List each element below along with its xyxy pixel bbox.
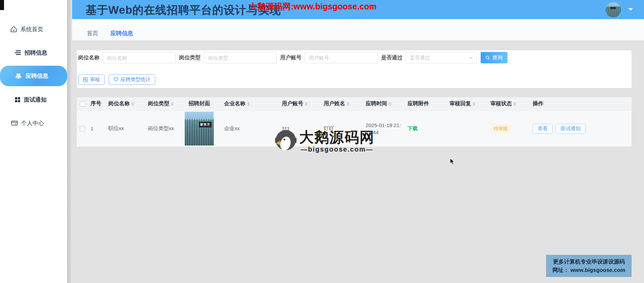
filter-label-account: 用户账号 — [280, 54, 302, 61]
filter-label-job-name: 岗位名称 — [78, 54, 100, 61]
passed-select[interactable]: 是否通过 — [406, 52, 477, 63]
sidebar-item-label: 系统首页 — [20, 25, 43, 33]
filter-label-passed: 是否通过 — [381, 54, 402, 61]
job-name-input[interactable] — [103, 52, 176, 63]
goose-logo-icon — [275, 129, 297, 151]
filter-panel: 岗位名称 岗位类型 用户账号 是否通过 是否通过 查询 — [77, 50, 632, 88]
cover-building-sign: 新东方 — [199, 122, 212, 127]
sidebar-item-label: 个人中心 — [21, 119, 44, 127]
breadcrumb-tabs: 首页 应聘信息 — [72, 19, 644, 40]
status-badge: 待审核 — [490, 124, 511, 133]
tab-apply-info[interactable]: 应聘信息 — [110, 30, 133, 37]
column-header-job-type[interactable]: 岗位类型 — [145, 100, 177, 107]
sidebar-item-label: 应聘信息 — [25, 72, 48, 80]
sort-caret-icon[interactable] — [473, 102, 475, 106]
sidebar-item-apply-info[interactable]: 应聘信息 — [0, 66, 67, 86]
application-window: 系统首页 招聘信息 应聘信息 面试通知 — [0, 0, 644, 283]
document-icon — [15, 72, 22, 80]
cover-image[interactable]: 新东方 — [185, 112, 214, 146]
list-icon — [14, 49, 21, 56]
avatar-building-sign — [610, 7, 616, 9]
column-header-index: 序号 — [88, 100, 106, 107]
download-link[interactable]: 下载 — [408, 125, 418, 132]
cell-job-type: 岗位类型xx — [145, 125, 177, 132]
column-header-audit-reply[interactable]: 审核回复 — [447, 100, 488, 107]
audit-search-icon — [83, 77, 88, 82]
select-placeholder: 是否通过 — [410, 55, 430, 61]
column-header-account[interactable]: 用户账号 — [279, 100, 321, 107]
sidebar-item-label: 招聘信息 — [24, 49, 47, 57]
column-header-audit-status[interactable]: 审核状态 — [488, 100, 530, 107]
mouse-cursor — [450, 158, 457, 165]
sort-caret-icon[interactable] — [514, 102, 516, 106]
column-header-attachment: 应聘附件 — [405, 100, 447, 107]
column-header-job-name[interactable]: 岗位名称 — [106, 100, 145, 107]
screen-corner-artifact — [0, 0, 4, 10]
sidebar-item-profile[interactable]: 个人中心 — [11, 117, 44, 129]
chevron-down-icon — [469, 56, 473, 60]
watermark-text-red: 大鹅源码网:www.bigsgoose.com — [249, 1, 377, 12]
watermark-center: 大鹅源码网 —bigsgoose.com— — [275, 129, 375, 153]
chevron-down-icon[interactable] — [628, 8, 633, 11]
audit-button-label: 审核 — [90, 76, 100, 83]
sort-caret-icon[interactable] — [347, 102, 350, 106]
sort-caret-icon[interactable] — [247, 102, 250, 106]
audit-button[interactable]: 审核 — [78, 74, 105, 85]
sidebar-item-label: 面试通知 — [24, 96, 47, 104]
grid-icon — [14, 96, 21, 103]
column-header-actions: 操作 — [530, 100, 632, 107]
cell-company: 企业xx — [221, 125, 279, 132]
watermark-brand: 大鹅源码网 — [299, 129, 375, 145]
interview-notice-button[interactable]: 面试通知 — [555, 124, 586, 134]
job-type-input[interactable] — [204, 52, 277, 63]
select-all-checkbox[interactable] — [80, 101, 85, 107]
sort-caret-icon[interactable] — [305, 102, 308, 106]
card-icon — [11, 119, 18, 127]
filter-row: 岗位名称 岗位类型 用户账号 是否通过 是否通过 查询 — [78, 52, 507, 63]
row-checkbox[interactable] — [80, 126, 85, 131]
search-button[interactable]: 查询 — [481, 52, 507, 63]
search-button-label: 查询 — [492, 54, 503, 61]
search-icon — [485, 55, 490, 60]
column-header-cover: 招聘封面 — [177, 100, 221, 107]
sidebar-item-interview-notice[interactable]: 面试通知 — [14, 94, 47, 105]
heart-icon — [113, 77, 118, 82]
sort-caret-icon[interactable] — [171, 102, 174, 106]
cell-index: 1 — [88, 126, 106, 132]
cell-job-name: 职位xx — [106, 125, 145, 132]
sidebar: 系统首页 招聘信息 应聘信息 面试通知 — [0, 0, 67, 283]
column-header-username[interactable]: 用户姓名 — [321, 100, 363, 107]
sidebar-divider — [67, 0, 72, 283]
filter-label-job-type: 岗位类型 — [179, 54, 201, 61]
watermark-domain: —bigsgoose.com— — [301, 146, 373, 153]
stats-button-label: 应聘类型统计 — [120, 76, 151, 83]
apply-type-stats-button[interactable]: 应聘类型统计 — [109, 74, 155, 85]
sidebar-item-home[interactable]: 系统首页 — [10, 23, 43, 35]
home-icon — [10, 25, 17, 33]
top-header: 基于Web的在线招聘平台的设计与实现 大鹅源码网:www.bigsgoose.c… — [72, 0, 644, 19]
sort-caret-icon[interactable] — [131, 102, 134, 106]
column-header-company[interactable]: 企业名称 — [221, 100, 279, 107]
sort-caret-icon[interactable] — [389, 102, 391, 106]
promo-banner: 更多计算机专业毕设课设源码 网址： www.bigsgoose.com — [546, 255, 632, 277]
avatar[interactable] — [606, 2, 621, 17]
sidebar-item-recruit-info[interactable]: 招聘信息 — [14, 47, 47, 58]
view-button[interactable]: 查看 — [533, 124, 553, 134]
tab-home[interactable]: 首页 — [87, 30, 98, 37]
account-input[interactable] — [305, 52, 378, 63]
table-header-row: 序号 岗位名称 岗位类型 招聘封面 企业名称 用户账号 用户姓名 应聘时间 应聘… — [77, 97, 632, 111]
column-header-apply-time[interactable]: 应聘时间 — [363, 100, 405, 107]
toolbar: 审核 应聘类型统计 — [78, 74, 155, 85]
promo-line1: 更多计算机专业毕设课设源码 — [553, 258, 625, 266]
promo-line2: 网址： www.bigsgoose.com — [552, 267, 626, 274]
